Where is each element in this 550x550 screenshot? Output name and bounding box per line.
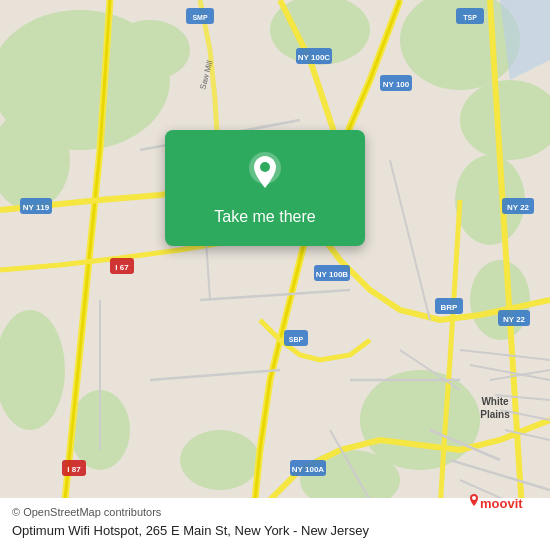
svg-point-5 bbox=[470, 260, 530, 340]
svg-point-6 bbox=[360, 370, 480, 470]
location-pin-icon bbox=[243, 150, 287, 194]
svg-text:I 87: I 87 bbox=[67, 465, 81, 474]
map-container: NY 119 NY 100C NY 100 NY 100 I 67 I 87 S… bbox=[0, 0, 550, 550]
svg-text:White: White bbox=[481, 396, 509, 407]
svg-text:NY 100A: NY 100A bbox=[292, 465, 325, 474]
bottom-bar: © OpenStreetMap contributors Optimum Wif… bbox=[0, 498, 550, 550]
svg-text:NY 119: NY 119 bbox=[23, 203, 50, 212]
svg-text:TSP: TSP bbox=[463, 14, 477, 21]
svg-text:NY 100B: NY 100B bbox=[316, 270, 349, 279]
svg-text:SBP: SBP bbox=[289, 336, 304, 343]
svg-text:SMP: SMP bbox=[192, 14, 208, 21]
svg-text:NY 22: NY 22 bbox=[503, 315, 526, 324]
svg-point-9 bbox=[180, 430, 260, 490]
svg-text:moovit: moovit bbox=[480, 496, 523, 511]
moovit-logo: moovit bbox=[470, 492, 540, 520]
moovit-brand-icon: moovit bbox=[470, 492, 540, 520]
svg-text:NY 100: NY 100 bbox=[383, 80, 410, 89]
take-me-there-button[interactable]: Take me there bbox=[206, 204, 323, 230]
location-description: Optimum Wifi Hotspot, 265 E Main St, New… bbox=[12, 522, 538, 540]
svg-text:BRP: BRP bbox=[441, 303, 459, 312]
svg-point-11 bbox=[110, 20, 190, 80]
map-background: NY 119 NY 100C NY 100 NY 100 I 67 I 87 S… bbox=[0, 0, 550, 550]
svg-point-66 bbox=[260, 162, 270, 172]
svg-text:Plains: Plains bbox=[480, 409, 510, 420]
svg-text:NY 22: NY 22 bbox=[507, 203, 530, 212]
location-card: Take me there bbox=[165, 130, 365, 246]
map-attribution: © OpenStreetMap contributors bbox=[12, 506, 538, 518]
svg-point-67 bbox=[472, 496, 476, 500]
svg-text:I 67: I 67 bbox=[115, 263, 129, 272]
svg-text:NY 100C: NY 100C bbox=[298, 53, 331, 62]
